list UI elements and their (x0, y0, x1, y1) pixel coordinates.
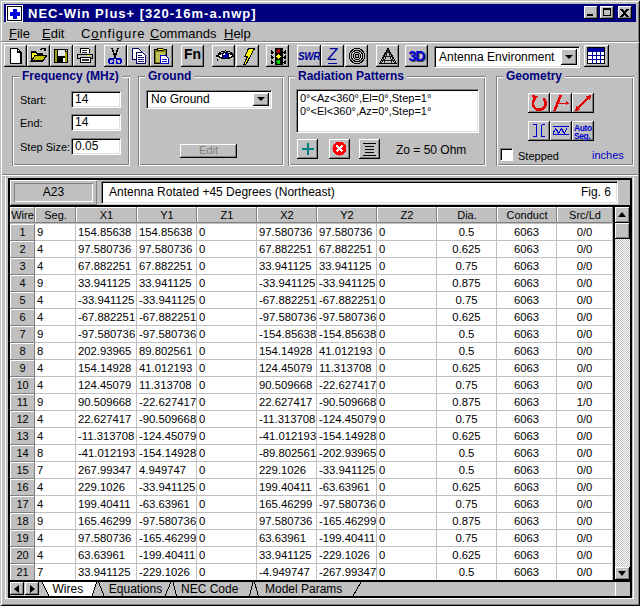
svg-text:Equations: Equations (109, 582, 162, 596)
svg-text:Model Params: Model Params (265, 582, 342, 596)
svg-text:NEC Code: NEC Code (181, 582, 239, 596)
svg-text:Wires: Wires (53, 582, 84, 596)
